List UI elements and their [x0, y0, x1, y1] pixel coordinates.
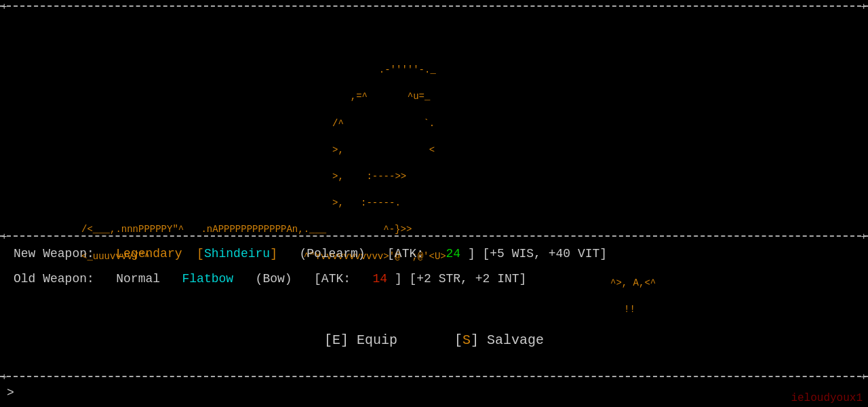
salvage-button[interactable]: ] Salvage	[471, 332, 544, 348]
mid-left-corner: +	[1, 231, 7, 242]
watermark: ieloudyoux1	[791, 392, 863, 404]
old-weapon-rarity: Normal	[116, 272, 160, 286]
new-weapon-atk-label: [ATK:	[387, 247, 424, 260]
salvage-key: S	[462, 332, 471, 348]
old-weapon-line: Old Weapon: Normal Flatbow (Bow) [ATK: 1…	[14, 269, 854, 289]
old-weapon-atk-value: 14	[372, 272, 387, 286]
game-screen: + + .-'''''-._ ,=^ ^u=_ /^ `. >, < >, :-…	[0, 0, 868, 407]
command-prompt[interactable]: >	[7, 386, 14, 400]
top-border	[0, 5, 868, 7]
new-weapon-rarity: Legendary	[116, 247, 182, 260]
old-weapon-bonuses: ] [+2 STR, +2 INT]	[395, 272, 526, 286]
new-weapon-atk-value: 24	[446, 247, 460, 260]
bottom-bar: >	[0, 379, 868, 407]
equip-button[interactable]: [E] Equip	[324, 332, 397, 348]
bottom-border	[0, 376, 868, 377]
action-buttons: [E] Equip [S] Salvage	[0, 332, 868, 348]
old-weapon-atk-label: [ATK:	[314, 272, 351, 286]
mid-border	[0, 235, 868, 237]
mid-right-corner: +	[861, 231, 867, 242]
old-weapon-type: (Bow)	[256, 272, 292, 286]
new-weapon-type: (Polearm)	[299, 247, 365, 260]
old-weapon-label: Old Weapon:	[14, 272, 94, 286]
new-weapon-label: New Weapon:	[14, 247, 94, 260]
new-weapon-bonuses: ] [+5 WIS, +40 VIT]	[468, 247, 607, 260]
new-weapon-name: Shindeiru	[204, 247, 270, 260]
old-weapon-name: Flatbow	[182, 272, 234, 286]
weapon-info-section: New Weapon: Legendary [Shindeiru] (Polea…	[14, 244, 854, 294]
new-weapon-line: New Weapon: Legendary [Shindeiru] (Polea…	[14, 244, 854, 264]
